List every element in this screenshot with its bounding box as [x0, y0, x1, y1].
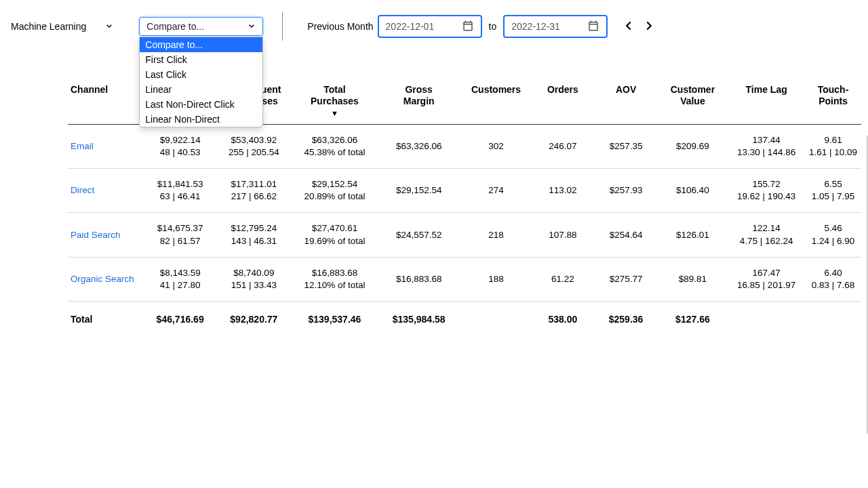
channel-link[interactable]: Paid Search [71, 230, 121, 240]
date-from-value: 2022-12-01 [386, 21, 435, 32]
table-row: Direct$11,841.5363 | 46.41$17,311.01217 … [68, 169, 861, 213]
filter-bar: Machine Learning Compare to... Compare t… [0, 0, 868, 52]
col-orders[interactable]: Orders [531, 79, 594, 124]
compare-to-dropdown: Compare to... First Click Last Click Lin… [139, 37, 263, 127]
compare-option[interactable]: First Click [140, 52, 262, 67]
chevron-down-icon [104, 20, 115, 33]
col-customer-value[interactable]: CustomerValue [658, 79, 728, 124]
col-total-purchases[interactable]: TotalPurchases ▼ [292, 79, 376, 124]
table-total-row: Total $46,716.69 $92,820.77 $139,537.46 … [68, 302, 861, 332]
to-label: to [489, 21, 497, 32]
col-aov[interactable]: AOV [594, 79, 657, 124]
table-row: Organic Search$8,143.5941 | 27.80$8,740.… [68, 257, 861, 301]
channel-link[interactable]: Email [71, 141, 94, 151]
date-from-input[interactable]: 2022-12-01 [378, 15, 482, 38]
compare-to-select[interactable]: Compare to... [139, 17, 263, 36]
total-gross: $135,984.58 [377, 302, 461, 332]
channel-link[interactable]: Direct [71, 185, 94, 195]
table-row: Email$9,922.1448 | 40.53$53,403.92255 | … [68, 124, 861, 168]
col-channel[interactable]: Channel [68, 79, 145, 124]
col-gross-margin[interactable]: GrossMargin [377, 79, 461, 124]
total-total: $139,537.46 [292, 302, 376, 332]
col-customers[interactable]: Customers [461, 79, 532, 124]
attribution-model-label: Machine Learning [11, 21, 86, 32]
total-label: Total [68, 302, 145, 332]
date-to-input[interactable]: 2022-12-31 [503, 15, 608, 38]
total-aov: $259.36 [594, 302, 657, 332]
total-first: $46,716.69 [145, 302, 216, 332]
compare-option[interactable]: Compare to... [140, 37, 262, 52]
table-row: Paid Search$14,675.3782 | 61.57$12,795.2… [68, 213, 861, 257]
calendar-icon [462, 20, 474, 34]
compare-option[interactable]: Last Click [140, 67, 262, 82]
col-time-lag[interactable]: Time Lag [728, 79, 805, 124]
sort-desc-icon: ▼ [295, 107, 374, 117]
chevron-down-icon [246, 20, 257, 33]
attribution-model-select[interactable]: Machine Learning [7, 18, 119, 36]
date-prev-button[interactable] [618, 16, 639, 38]
col-touch-points[interactable]: Touch-Points [805, 79, 861, 124]
total-cval: $127.66 [658, 302, 728, 332]
total-subsequent: $92,820.77 [215, 302, 292, 332]
date-to-value: 2022-12-31 [511, 21, 560, 32]
total-orders: 538.00 [531, 302, 594, 332]
compare-option[interactable]: Last Non-Direct Click [140, 97, 262, 112]
compare-to-selected: Compare to... [146, 21, 204, 32]
channel-link[interactable]: Organic Search [71, 274, 134, 284]
calendar-icon [587, 20, 599, 34]
date-next-button[interactable] [639, 16, 659, 38]
compare-option[interactable]: Linear Non-Direct [140, 112, 262, 127]
divider [282, 12, 283, 41]
compare-option[interactable]: Linear [140, 82, 262, 97]
date-period-label: Previous Month [307, 21, 373, 32]
